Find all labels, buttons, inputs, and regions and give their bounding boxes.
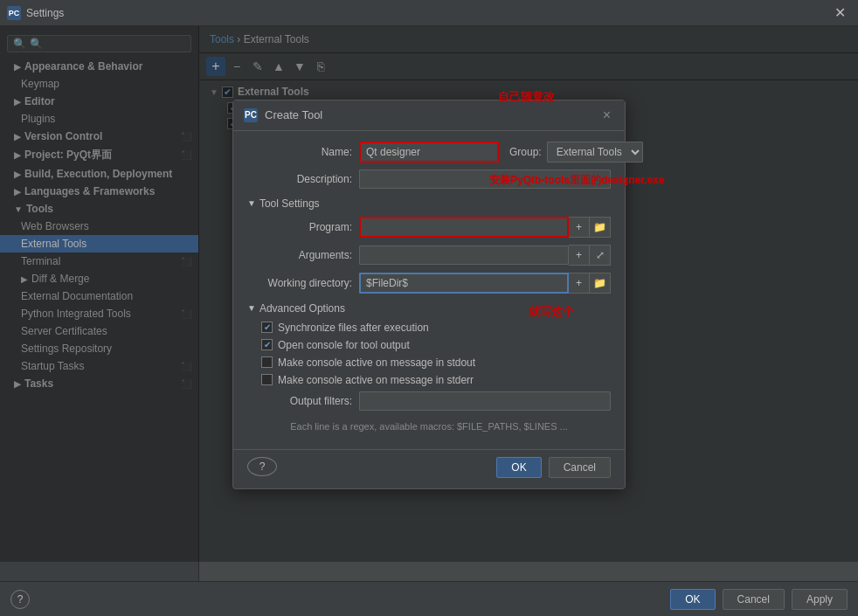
dialog-ok-button[interactable]: OK (496, 457, 541, 478)
output-filters-label: Output filters: (247, 395, 352, 407)
program-input[interactable] (359, 217, 569, 238)
description-input[interactable] (359, 170, 611, 189)
tool-settings-section[interactable]: ▼ Tool Settings (247, 197, 611, 210)
arguments-input[interactable] (359, 246, 569, 265)
sync-files-row: ✔ Synchronize files after execution (247, 322, 611, 334)
arguments-row: Arguments: + ⤢ (247, 245, 611, 266)
dialog-cancel-button[interactable]: Cancel (549, 457, 611, 478)
program-add-macro-button[interactable]: + (569, 217, 590, 238)
working-dir-row: Working directory: + 📁 (247, 273, 611, 294)
group-select[interactable]: External Tools (547, 142, 643, 163)
make-active-stdout-checkbox[interactable] (261, 356, 273, 368)
make-active-stdout-row: Make console active on message in stdout (247, 356, 611, 369)
create-tool-dialog: PC Create Tool × Name: Group: External T… (232, 100, 626, 489)
program-browse-button[interactable]: 📁 (590, 217, 611, 238)
working-dir-label: Working directory: (247, 277, 352, 289)
working-dir-input-group: + 📁 (359, 273, 611, 294)
program-label: Program: (247, 221, 352, 233)
make-active-stderr-checkbox[interactable] (261, 374, 273, 385)
open-console-label: Open console for tool output (278, 339, 410, 351)
make-active-stdout-label: Make console active on message in stdout (278, 356, 475, 369)
group-label: Group: (509, 146, 542, 158)
section-arrow-icon: ▼ (247, 198, 256, 208)
dialog-footer: ? OK Cancel (233, 449, 625, 488)
dialog-app-icon: PC (244, 108, 258, 122)
modal-overlay: PC Create Tool × Name: Group: External T… (0, 26, 858, 562)
settings-cancel-button[interactable]: Cancel (723, 589, 785, 610)
arguments-label: Arguments: (247, 249, 352, 261)
arguments-expand-button[interactable]: ⤢ (590, 245, 611, 266)
working-dir-add-macro-button[interactable]: + (569, 273, 590, 294)
settings-help-button[interactable]: ? (10, 590, 30, 609)
make-active-stderr-row: Make console active on message in stderr (247, 374, 611, 386)
arguments-input-group: + ⤢ (359, 245, 611, 266)
advanced-options-label: Advanced Options (259, 302, 345, 315)
hint-text: Each line is a regex, available macros: … (247, 418, 611, 439)
arguments-add-macro-button[interactable]: + (569, 245, 590, 266)
dialog-close-button[interactable]: × (599, 107, 614, 123)
close-button[interactable]: ✕ (829, 3, 851, 23)
open-console-row: ✔ Open console for tool output (247, 339, 611, 351)
tool-settings-label: Tool Settings (259, 197, 320, 210)
dialog-body: Name: Group: External Tools Description:… (233, 131, 625, 449)
app-icon: PC (7, 6, 21, 20)
open-console-checkbox[interactable]: ✔ (261, 339, 273, 350)
output-filters-input[interactable] (359, 391, 611, 411)
make-active-stderr-label: Make console active on message in stderr (278, 374, 474, 386)
description-row: Description: (247, 170, 611, 189)
section-arrow-icon: ▼ (247, 303, 256, 313)
dialog-header: PC Create Tool × (233, 100, 625, 131)
bottom-bar: ? OK Cancel Apply (0, 581, 858, 616)
window-title: Settings (26, 7, 829, 19)
description-label: Description: (247, 173, 352, 185)
program-row: Program: + 📁 (247, 217, 611, 238)
sync-files-label: Synchronize files after execution (278, 322, 429, 334)
dialog-help-button[interactable]: ? (247, 457, 277, 476)
working-dir-browse-button[interactable]: 📁 (590, 273, 611, 294)
settings-ok-button[interactable]: OK (670, 589, 715, 610)
output-filters-row: Output filters: (247, 391, 611, 411)
working-dir-input[interactable] (359, 273, 569, 294)
program-input-group: + 📁 (359, 217, 611, 238)
sync-files-checkbox[interactable]: ✔ (261, 322, 273, 333)
name-group-row: Name: Group: External Tools (247, 142, 611, 163)
name-input[interactable] (359, 142, 499, 163)
settings-apply-button[interactable]: Apply (792, 589, 848, 610)
name-label: Name: (247, 146, 352, 158)
dialog-title: Create Tool (265, 108, 599, 121)
advanced-options-section[interactable]: ▼ Advanced Options (247, 302, 611, 315)
titlebar: PC Settings ✕ (0, 0, 858, 26)
bottom-bar-right: OK Cancel Apply (670, 589, 848, 610)
